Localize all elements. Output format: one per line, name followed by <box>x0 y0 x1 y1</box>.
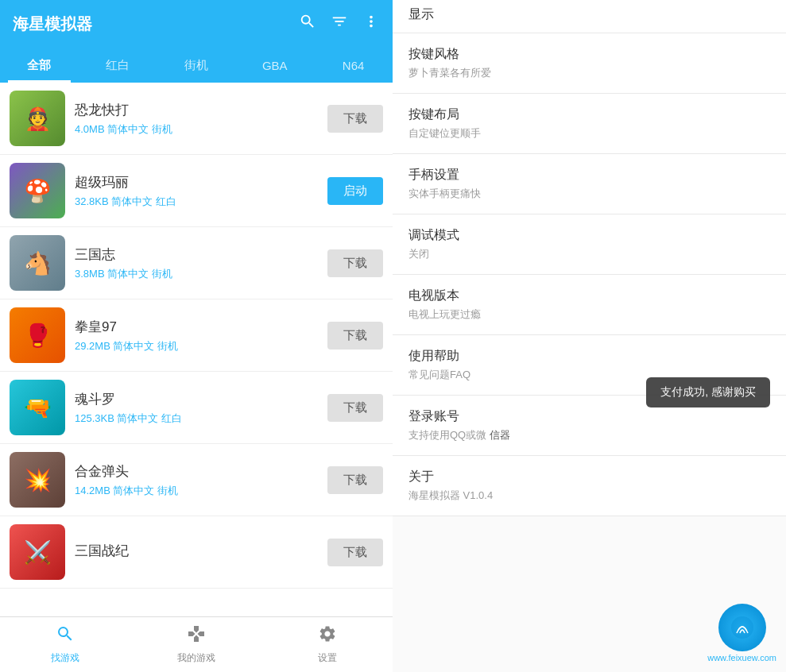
controller-desc: 实体手柄更痛快 <box>408 187 770 201</box>
bottom-nav: 找游戏 我的游戏 设置 <box>0 616 393 672</box>
game-meta: 4.0MB 简体中文 街机 <box>75 122 318 137</box>
game-meta: 3.8MB 简体中文 街机 <box>75 267 318 281</box>
action-button[interactable]: 下载 <box>327 539 383 566</box>
settings-nav-icon <box>318 624 337 648</box>
action-button[interactable]: 下载 <box>327 322 383 350</box>
action-button[interactable]: 下载 <box>327 394 383 422</box>
game-title: 三国战纪 <box>75 542 318 560</box>
game-item[interactable]: 🐴 三国志 3.8MB 简体中文 街机 下载 <box>0 227 393 299</box>
game-info: 超级玛丽 32.8KB 简体中文 红白 <box>75 173 318 209</box>
more-icon[interactable] <box>362 13 380 35</box>
game-action[interactable]: 下载 <box>327 322 383 350</box>
controller-title: 手柄设置 <box>408 167 770 183</box>
app-header: 海星模拟器 <box>0 0 393 48</box>
login-title: 登录账号 <box>408 408 770 425</box>
game-thumbnail: 🔫 <box>10 380 65 435</box>
settings-item-keystyle[interactable]: 按键风格 萝卜青菜各有所爱 <box>393 33 786 94</box>
game-thumbnail: 💥 <box>10 452 65 508</box>
tab-nes[interactable]: 红白 <box>79 48 157 83</box>
game-meta: 29.2MB 简体中文 街机 <box>75 339 318 353</box>
gamepad-nav-icon <box>187 624 206 648</box>
keylayout-desc: 自定键位更顺手 <box>408 126 770 141</box>
game-action[interactable]: 启动 <box>327 177 383 205</box>
game-title: 超级玛丽 <box>75 173 318 191</box>
tab-arcade[interactable]: 街机 <box>157 48 236 83</box>
game-action[interactable]: 下载 <box>327 466 383 494</box>
settings-item-display[interactable]: 显示 <box>393 0 786 33</box>
payment-tooltip: 支付成功, 感谢购买 <box>646 377 770 407</box>
debug-title: 调试模式 <box>408 227 770 244</box>
action-button[interactable]: 下载 <box>327 105 383 133</box>
game-item[interactable]: ⚔️ 三国战纪 下载 <box>0 516 393 589</box>
game-item[interactable]: 🔫 魂斗罗 125.3KB 简体中文 红白 下载 <box>0 372 393 444</box>
game-item[interactable]: 👲 恐龙快打 4.0MB 简体中文 街机 下载 <box>0 83 393 155</box>
game-info: 合金弹头 14.2MB 简体中文 街机 <box>75 462 318 498</box>
about-title: 关于 <box>408 469 770 485</box>
game-meta: 125.3KB 简体中文 红白 <box>75 411 318 426</box>
game-item[interactable]: 💥 合金弹头 14.2MB 简体中文 街机 下载 <box>0 444 393 516</box>
action-button[interactable]: 下载 <box>327 466 383 494</box>
nav-settings-label: 设置 <box>318 651 337 665</box>
action-button[interactable]: 启动 <box>327 177 383 205</box>
game-thumbnail: 🍄 <box>10 163 65 218</box>
keylayout-title: 按键布局 <box>408 106 770 123</box>
game-item[interactable]: 🍄 超级玛丽 32.8KB 简体中文 红白 启动 <box>0 155 393 227</box>
category-tabs: 全部 红白 街机 GBA N64 <box>0 48 393 83</box>
nav-mygames-label: 我的游戏 <box>177 651 215 665</box>
settings-item-controller[interactable]: 手柄设置 实体手柄更痛快 <box>393 154 786 214</box>
game-title: 恐龙快打 <box>75 101 318 119</box>
tab-gba[interactable]: GBA <box>235 48 314 83</box>
game-title: 魂斗罗 <box>75 390 318 408</box>
nav-find-label: 找游戏 <box>51 651 79 665</box>
game-action[interactable]: 下载 <box>327 105 383 133</box>
header-icons <box>299 13 380 35</box>
game-thumbnail: ⚔️ <box>10 524 65 580</box>
right-panel: 显示 按键风格 萝卜青菜各有所爱 按键布局 自定键位更顺手 手柄设置 实体手柄更… <box>393 0 786 672</box>
settings-item-keylayout[interactable]: 按键布局 自定键位更顺手 <box>393 94 786 154</box>
game-thumbnail: 🥊 <box>10 307 65 363</box>
game-title: 三国志 <box>75 245 318 264</box>
search-nav-icon <box>56 624 75 648</box>
game-title: 拳皇97 <box>75 318 318 336</box>
feixue-url: www.feixuew.com <box>707 653 776 662</box>
settings-item-login[interactable]: 登录账号 支持使用QQ或微 信器 支付成功, 感谢购买 <box>393 396 786 456</box>
game-thumbnail: 👲 <box>10 91 65 146</box>
nav-my-games[interactable]: 我的游戏 <box>131 617 262 672</box>
about-desc: 海星模拟器 V1.0.4 <box>408 489 770 503</box>
game-info: 三国志 3.8MB 简体中文 街机 <box>75 245 318 281</box>
app-title: 海星模拟器 <box>13 14 299 35</box>
action-button[interactable]: 下载 <box>327 249 383 277</box>
login-desc: 支持使用QQ或微 信器 <box>408 428 770 442</box>
game-info: 拳皇97 29.2MB 简体中文 街机 <box>75 318 318 353</box>
nav-settings[interactable]: 设置 <box>261 617 393 672</box>
tab-all[interactable]: 全部 <box>0 48 79 83</box>
feixue-watermark: www.feixuew.com <box>707 604 776 662</box>
game-item[interactable]: 🥊 拳皇97 29.2MB 简体中文 街机 下载 <box>0 299 393 372</box>
game-info: 三国战纪 <box>75 542 318 563</box>
filter-icon[interactable] <box>331 13 348 35</box>
game-list: 👲 恐龙快打 4.0MB 简体中文 街机 下载 🍄 超级玛丽 32.8KB 简体… <box>0 83 393 616</box>
tv-title: 电视版本 <box>408 288 770 304</box>
game-meta: 32.8KB 简体中文 红白 <box>75 195 318 209</box>
game-thumbnail: 🐴 <box>10 235 65 291</box>
tab-n64[interactable]: N64 <box>314 48 393 83</box>
search-icon[interactable] <box>299 13 316 35</box>
left-panel: 海星模拟器 全部 红白 街机 GBA N64 <box>0 0 393 672</box>
settings-item-about[interactable]: 关于 海星模拟器 V1.0.4 <box>393 456 786 516</box>
help-title: 使用帮助 <box>408 348 770 365</box>
settings-item-debug[interactable]: 调试模式 关闭 <box>393 214 786 275</box>
game-action[interactable]: 下载 <box>327 539 383 566</box>
nav-find-games[interactable]: 找游戏 <box>0 617 131 672</box>
keystyle-title: 按键风格 <box>408 46 770 63</box>
game-title: 合金弹头 <box>75 462 318 481</box>
game-info: 恐龙快打 4.0MB 简体中文 街机 <box>75 101 318 137</box>
game-action[interactable]: 下载 <box>327 394 383 422</box>
tv-desc: 电视上玩更过瘾 <box>408 307 770 322</box>
debug-desc: 关闭 <box>408 247 770 261</box>
settings-display-title: 显示 <box>408 6 770 23</box>
settings-item-tv[interactable]: 电视版本 电视上玩更过瘾 <box>393 275 786 335</box>
game-info: 魂斗罗 125.3KB 简体中文 红白 <box>75 390 318 426</box>
game-action[interactable]: 下载 <box>327 249 383 277</box>
feixue-logo <box>718 604 766 651</box>
game-meta: 14.2MB 简体中文 街机 <box>75 484 318 498</box>
